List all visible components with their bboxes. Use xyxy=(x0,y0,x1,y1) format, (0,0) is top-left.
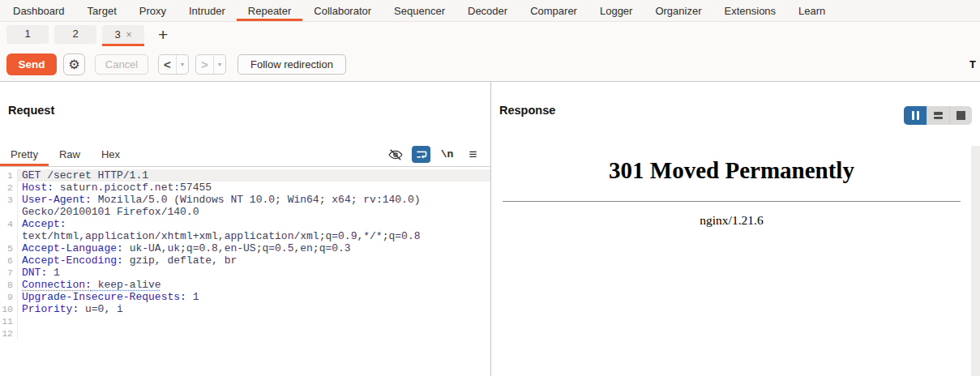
menubar: DashboardTargetProxyIntruderRepeaterColl… xyxy=(0,0,980,22)
request-header-icons: \n ≡ xyxy=(386,146,482,163)
request-view-tabs: PrettyRawHex xyxy=(0,145,131,166)
settings-gear-button[interactable]: ⚙ xyxy=(63,53,85,75)
rendered-server-line: nginx/1.21.6 xyxy=(503,213,961,228)
forward-dropdown-caret-icon: ▾ xyxy=(213,55,225,74)
session-tab-1[interactable]: 1 xyxy=(6,25,49,44)
repeater-toolbar: Send ⚙ Cancel < ▾ > ▾ Follow redirection… xyxy=(0,47,980,82)
view-layout-buttons xyxy=(904,106,972,125)
session-tab-2[interactable]: 2 xyxy=(54,25,96,44)
header-value: text/html,application/xhtml+xml,applicat… xyxy=(22,218,420,242)
layout-rows-button[interactable] xyxy=(927,106,949,125)
close-tab-icon[interactable]: × xyxy=(126,30,132,40)
forward-button: > xyxy=(196,55,213,74)
request-line-text: Accept-Language: uk-UA,uk;q=0.8,en-US;q=… xyxy=(18,242,490,254)
menu-item-comparer[interactable]: Comparer xyxy=(519,0,588,21)
request-panel-header: Request PrettyRawHex xyxy=(0,104,490,167)
layout-single-button[interactable] xyxy=(949,106,972,125)
request-title: Request xyxy=(8,104,490,117)
line-number: 9 xyxy=(0,291,18,303)
header-name: Accept-Encoding: xyxy=(22,254,123,267)
add-tab-button[interactable]: + xyxy=(152,26,174,43)
session-tab-bar: 123×+ xyxy=(0,22,980,47)
columns-layout-icon xyxy=(912,111,914,120)
header-value: uk-UA,uk;q=0.8,en-US;q=0.5,en;q=0.3 xyxy=(123,242,351,254)
request-line-text: User-Agent: Mozilla/5.0 (Windows NT 10.0… xyxy=(18,194,490,218)
menu-item-logger[interactable]: Logger xyxy=(588,0,644,21)
request-menu-button[interactable]: ≡ xyxy=(464,146,482,163)
request-line-text: Accept-Encoding: gzip, deflate, br xyxy=(18,254,490,267)
history-back-group: < ▾ xyxy=(158,54,189,75)
header-name: Accept: xyxy=(22,218,66,230)
session-tab-3[interactable]: 3× xyxy=(102,25,144,46)
response-panel: Response PrettyRawHexRender xyxy=(491,82,980,376)
rendered-page: 301 Moved Permanently nginx/1.21.6 xyxy=(491,146,980,228)
menu-item-extensions[interactable]: Extensions xyxy=(713,0,788,21)
header-name: Upgrade-Insecure-Requests: xyxy=(22,291,186,303)
request-line: 12 xyxy=(0,327,490,340)
request-line: 6Accept-Encoding: gzip, deflate, br xyxy=(0,254,490,267)
request-line: 3User-Agent: Mozilla/5.0 (Windows NT 10.… xyxy=(0,194,490,218)
tab-pretty[interactable]: Pretty xyxy=(0,145,49,166)
header-name: Connection: xyxy=(22,279,92,291)
header-name: User-Agent: xyxy=(22,194,92,206)
soft-wrap-toggle[interactable] xyxy=(412,146,430,163)
menu-item-repeater[interactable]: Repeater xyxy=(237,0,302,21)
show-newlines-toggle[interactable]: \n xyxy=(438,146,456,163)
hide-matches-button[interactable] xyxy=(386,146,404,163)
menu-item-intruder[interactable]: Intruder xyxy=(178,0,237,21)
request-line-text: Priority: u=0, i xyxy=(18,303,490,315)
hamburger-menu-icon: ≡ xyxy=(469,147,477,161)
word-wrap-icon xyxy=(415,148,428,161)
menu-item-sequencer[interactable]: Sequencer xyxy=(383,0,456,21)
rendered-heading: 301 Moved Permanently xyxy=(503,157,961,184)
response-scrollbar[interactable] xyxy=(971,146,980,376)
request-line: 7DNT: 1 xyxy=(0,267,490,279)
request-line: 1GET /secret HTTP/1.1 xyxy=(0,169,490,182)
eye-off-icon xyxy=(387,147,404,163)
menu-item-target[interactable]: Target xyxy=(76,0,128,21)
line-number: 1 xyxy=(0,169,18,182)
back-dropdown-caret-icon[interactable]: ▾ xyxy=(176,55,188,74)
request-panel: Request PrettyRawHex xyxy=(0,82,490,376)
line-number: 4 xyxy=(0,218,18,242)
request-line-text: Host: saturn.picoctf.net:57455 xyxy=(18,182,490,194)
menu-item-learn[interactable]: Learn xyxy=(787,0,837,21)
rendered-divider xyxy=(503,201,961,202)
line-number: 10 xyxy=(0,303,18,315)
request-line-text: Connection: keep-alive xyxy=(18,279,490,291)
request-line-text: DNT: 1 xyxy=(18,267,490,279)
menu-item-decoder[interactable]: Decoder xyxy=(456,0,519,21)
tab-hex[interactable]: Hex xyxy=(91,145,131,166)
menu-item-proxy[interactable]: Proxy xyxy=(128,0,178,21)
request-line-text: GET /secret HTTP/1.1 xyxy=(18,169,490,182)
header-value: u=0, i xyxy=(79,303,123,315)
menu-item-organizer[interactable]: Organizer xyxy=(644,0,713,21)
request-line-text: Upgrade-Insecure-Requests: 1 xyxy=(18,291,490,303)
request-line-text: Accept: text/html,application/xhtml+xml,… xyxy=(18,218,490,242)
header-value: 1 xyxy=(47,267,60,279)
send-button[interactable]: Send xyxy=(6,53,57,75)
tab-raw[interactable]: Raw xyxy=(49,145,91,166)
request-line: 5Accept-Language: uk-UA,uk;q=0.8,en-US;q… xyxy=(0,242,490,254)
line-number: 2 xyxy=(0,182,18,194)
header-value: keep-alive xyxy=(92,279,161,291)
request-start-line: GET /secret HTTP/1.1 xyxy=(22,169,148,182)
menu-item-dashboard[interactable]: Dashboard xyxy=(2,0,76,21)
header-name: Host: xyxy=(22,182,53,194)
request-line: 10Priority: u=0, i xyxy=(0,303,490,315)
request-line: 9Upgrade-Insecure-Requests: 1 xyxy=(0,291,490,303)
response-render-view: 301 Moved Permanently nginx/1.21.6 xyxy=(491,146,980,376)
target-label-clipped: T xyxy=(969,58,977,70)
request-line: 11 xyxy=(0,315,490,327)
rows-layout-icon xyxy=(934,112,943,119)
newline-icon: \n xyxy=(441,148,454,160)
menu-item-collaborator[interactable]: Collaborator xyxy=(302,0,383,21)
back-button[interactable]: < xyxy=(159,55,176,74)
follow-redirection-button[interactable]: Follow redirection xyxy=(238,54,346,75)
cancel-button: Cancel xyxy=(95,54,148,75)
request-editor[interactable]: 1GET /secret HTTP/1.12Host: saturn.picoc… xyxy=(0,167,490,340)
line-number: 5 xyxy=(0,242,18,254)
layout-columns-button[interactable] xyxy=(904,106,927,125)
line-number: 11 xyxy=(0,315,18,327)
single-layout-icon xyxy=(956,111,965,120)
